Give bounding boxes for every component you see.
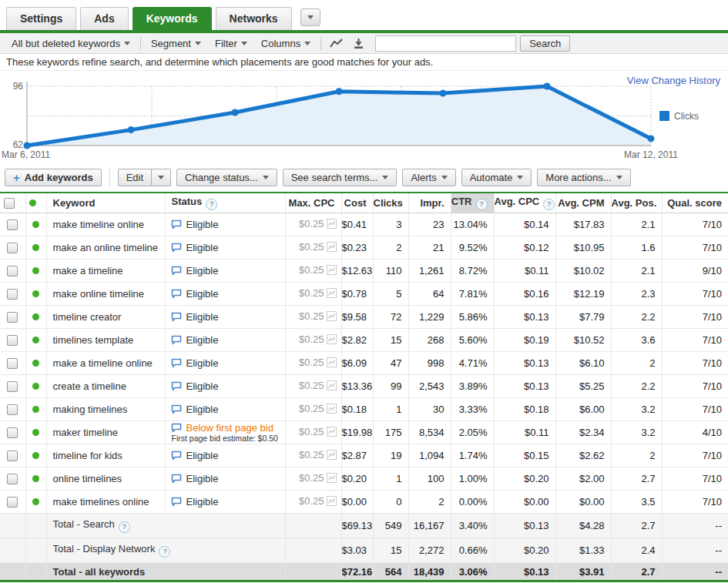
keyword-cell[interactable]: make an online timeline <box>46 236 165 260</box>
max-cpc-value[interactable]: $0.25 <box>299 310 324 322</box>
row-checkbox[interactable] <box>7 243 18 253</box>
status-bubble-icon[interactable] <box>171 381 182 391</box>
tab-settings[interactable]: Settings <box>6 7 76 30</box>
col-header-qual-score[interactable]: Qual. score <box>662 193 728 213</box>
segment-dropdown[interactable]: Segment <box>144 38 208 49</box>
automate-button[interactable]: Automate <box>461 169 532 186</box>
alerts-button[interactable]: Alerts <box>402 169 455 186</box>
max-cpc-value[interactable]: $0.25 <box>299 426 324 437</box>
status-bubble-icon[interactable] <box>171 266 182 276</box>
max-cpc-value[interactable]: $0.25 <box>299 472 324 484</box>
row-checkbox[interactable] <box>7 381 18 392</box>
keyword-cell[interactable]: make a timeline <box>46 260 165 283</box>
col-header-keyword[interactable]: Keyword <box>46 193 165 213</box>
row-checkbox[interactable] <box>7 497 18 508</box>
bid-simulator-icon[interactable] <box>327 380 337 393</box>
row-checkbox[interactable] <box>7 312 18 323</box>
bid-simulator-icon[interactable] <box>327 450 337 462</box>
tab-networks[interactable]: Networks <box>216 7 292 30</box>
bid-simulator-icon[interactable] <box>327 404 337 416</box>
max-cpc-value[interactable]: $0.25 <box>299 333 324 345</box>
keyword-cell[interactable]: make timelines online <box>46 491 165 514</box>
row-checkbox[interactable] <box>7 335 18 346</box>
row-checkbox[interactable] <box>7 358 18 369</box>
row-checkbox[interactable] <box>7 451 18 461</box>
max-cpc-value[interactable]: $0.25 <box>299 380 324 391</box>
keyword-cell[interactable]: timeline creator <box>46 306 165 329</box>
col-header-ctr[interactable]: CTR? <box>451 193 494 213</box>
help-icon[interactable]: ? <box>476 199 488 210</box>
row-checkbox[interactable] <box>7 474 18 484</box>
bid-simulator-icon[interactable] <box>327 219 337 231</box>
select-all-checkbox[interactable] <box>4 198 15 209</box>
view-change-history-link[interactable]: View Change History <box>627 75 720 86</box>
keyword-cell[interactable]: online timelines <box>46 467 165 491</box>
keyword-cell[interactable]: timeline for kids <box>46 444 165 467</box>
row-checkbox[interactable] <box>7 289 18 300</box>
tab-overflow-button[interactable] <box>300 8 320 26</box>
filter-dropdown[interactable]: Filter <box>208 38 254 49</box>
col-header-cost[interactable]: Cost <box>341 193 373 213</box>
bid-simulator-icon[interactable] <box>327 242 337 254</box>
row-checkbox[interactable] <box>7 404 18 415</box>
status-bubble-icon[interactable] <box>171 289 182 299</box>
status-bubble-icon[interactable] <box>171 243 182 253</box>
search-input[interactable] <box>375 35 516 52</box>
view-filter-dropdown[interactable]: All but deleted keywords <box>5 38 137 49</box>
help-icon[interactable]: ? <box>159 546 170 558</box>
bid-simulator-icon[interactable] <box>327 311 337 323</box>
bid-simulator-icon[interactable] <box>327 427 337 439</box>
status-bubble-icon[interactable] <box>171 404 182 414</box>
col-header-clicks[interactable]: Clicks <box>373 193 408 213</box>
tab-ads[interactable]: Ads <box>80 7 128 30</box>
bid-simulator-icon[interactable] <box>327 265 337 277</box>
col-header-avg-cpc[interactable]: Avg. CPC? <box>494 193 555 213</box>
status-bubble-icon[interactable] <box>171 335 182 345</box>
max-cpc-value[interactable]: $0.25 <box>299 241 324 253</box>
search-button[interactable]: Search <box>520 35 570 52</box>
col-header-max-cpc[interactable]: Max. CPC <box>285 193 341 213</box>
col-header-avg-pos[interactable]: Avg. Pos. <box>611 193 662 213</box>
bid-simulator-icon[interactable] <box>327 288 337 300</box>
columns-dropdown[interactable]: Columns <box>254 38 317 49</box>
keyword-cell[interactable]: timelines template <box>46 329 165 352</box>
more-actions-button[interactable]: More actions... <box>537 169 630 186</box>
status-bubble-icon[interactable] <box>171 497 182 507</box>
keyword-cell[interactable]: create a timeline <box>46 375 165 398</box>
status-bubble-icon[interactable] <box>171 423 182 433</box>
help-icon[interactable]: ? <box>206 199 217 210</box>
keyword-cell[interactable]: make timeline online <box>46 213 165 236</box>
status-bubble-icon[interactable] <box>171 358 182 368</box>
tab-keywords[interactable]: Keywords <box>133 7 212 30</box>
see-search-terms-button[interactable]: See search terms... <box>283 169 398 186</box>
max-cpc-value[interactable]: $0.25 <box>299 218 324 230</box>
bid-simulator-icon[interactable] <box>327 496 337 508</box>
row-checkbox[interactable] <box>7 266 18 276</box>
keyword-cell[interactable]: make online timeline <box>46 283 165 306</box>
max-cpc-value[interactable]: $0.25 <box>299 403 324 414</box>
max-cpc-value[interactable]: $0.25 <box>299 264 324 276</box>
keyword-cell[interactable]: maker timeline <box>46 421 165 444</box>
row-checkbox[interactable] <box>7 219 18 230</box>
change-status-button[interactable]: Change status... <box>176 169 277 186</box>
help-icon[interactable]: ? <box>543 199 555 210</box>
col-header-avg-cpm[interactable]: Avg. CPM <box>555 193 611 213</box>
max-cpc-value[interactable]: $0.25 <box>299 449 324 461</box>
status-bubble-icon[interactable] <box>171 312 182 322</box>
bid-simulator-icon[interactable] <box>327 473 337 485</box>
max-cpc-value[interactable]: $0.25 <box>299 287 324 299</box>
status-bubble-icon[interactable] <box>171 474 182 484</box>
col-header-status[interactable]: Status? <box>165 193 285 213</box>
add-keywords-button[interactable]: + Add keywords <box>5 169 102 186</box>
col-header-impr[interactable]: Impr. <box>408 193 451 213</box>
chart-toggle-icon[interactable] <box>329 38 344 49</box>
status-bubble-icon[interactable] <box>171 219 182 230</box>
edit-dropdown-button[interactable] <box>152 169 171 186</box>
help-icon[interactable]: ? <box>119 521 130 533</box>
status-bubble-icon[interactable] <box>171 451 182 461</box>
bid-simulator-icon[interactable] <box>327 357 337 370</box>
bid-simulator-icon[interactable] <box>327 334 337 347</box>
row-checkbox[interactable] <box>7 427 18 438</box>
keyword-cell[interactable]: make a timeline online <box>46 352 165 375</box>
keyword-cell[interactable]: making timelines <box>46 398 165 421</box>
